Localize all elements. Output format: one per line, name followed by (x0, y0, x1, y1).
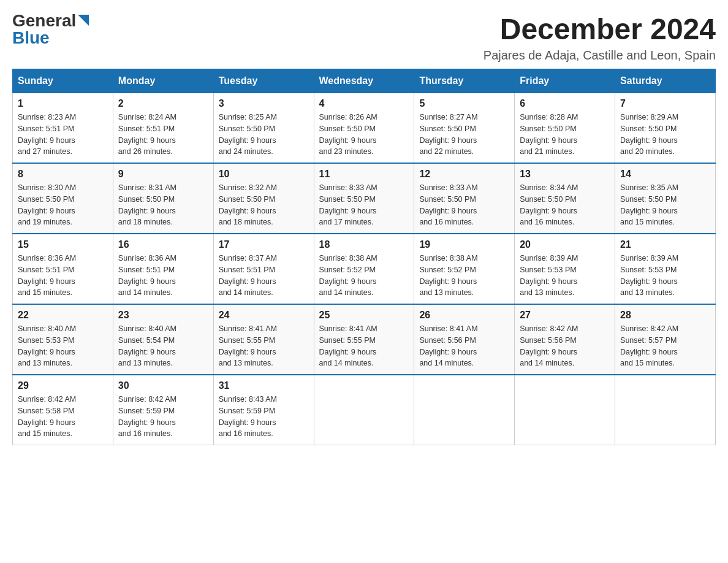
calendar-cell: 29 Sunrise: 8:42 AM Sunset: 5:58 PM Dayl… (13, 375, 113, 445)
calendar-cell: 3 Sunrise: 8:25 AM Sunset: 5:50 PM Dayli… (213, 93, 314, 164)
calendar-cell: 27 Sunrise: 8:42 AM Sunset: 5:56 PM Dayl… (515, 304, 615, 375)
day-number: 1 (18, 98, 108, 109)
calendar-cell: 18 Sunrise: 8:38 AM Sunset: 5:52 PM Dayl… (314, 234, 414, 304)
day-info: Sunrise: 8:40 AM Sunset: 5:54 PM Dayligh… (118, 323, 208, 369)
calendar-cell (615, 375, 716, 445)
day-info: Sunrise: 8:31 AM Sunset: 5:50 PM Dayligh… (118, 182, 208, 228)
week-row-3: 15 Sunrise: 8:36 AM Sunset: 5:51 PM Dayl… (13, 234, 716, 304)
logo-blue-text: Blue (12, 29, 50, 47)
day-info: Sunrise: 8:30 AM Sunset: 5:50 PM Dayligh… (18, 182, 108, 228)
header-wednesday: Wednesday (314, 69, 414, 93)
calendar-cell: 16 Sunrise: 8:36 AM Sunset: 5:51 PM Dayl… (113, 234, 213, 304)
day-number: 6 (520, 98, 610, 109)
day-number: 10 (219, 169, 309, 180)
day-number: 2 (118, 98, 208, 109)
calendar-cell: 11 Sunrise: 8:33 AM Sunset: 5:50 PM Dayl… (314, 163, 414, 234)
day-number: 21 (620, 239, 710, 250)
day-info: Sunrise: 8:24 AM Sunset: 5:51 PM Dayligh… (118, 112, 208, 158)
calendar-cell (515, 375, 615, 445)
calendar-cell: 14 Sunrise: 8:35 AM Sunset: 5:50 PM Dayl… (615, 163, 716, 234)
day-number: 12 (419, 169, 509, 180)
day-number: 17 (219, 239, 309, 250)
logo-triangle-icon (78, 15, 89, 28)
day-info: Sunrise: 8:35 AM Sunset: 5:50 PM Dayligh… (620, 182, 710, 228)
calendar-cell: 24 Sunrise: 8:41 AM Sunset: 5:55 PM Dayl… (213, 304, 314, 375)
day-number: 23 (118, 310, 208, 321)
day-info: Sunrise: 8:37 AM Sunset: 5:51 PM Dayligh… (219, 253, 309, 299)
calendar-cell: 6 Sunrise: 8:28 AM Sunset: 5:50 PM Dayli… (515, 93, 615, 164)
calendar-cell: 21 Sunrise: 8:39 AM Sunset: 5:53 PM Dayl… (615, 234, 716, 304)
calendar-cell: 19 Sunrise: 8:38 AM Sunset: 5:52 PM Dayl… (414, 234, 515, 304)
day-info: Sunrise: 8:38 AM Sunset: 5:52 PM Dayligh… (319, 253, 409, 299)
calendar-cell: 2 Sunrise: 8:24 AM Sunset: 5:51 PM Dayli… (113, 93, 213, 164)
day-info: Sunrise: 8:36 AM Sunset: 5:51 PM Dayligh… (18, 253, 108, 299)
calendar-cell: 15 Sunrise: 8:36 AM Sunset: 5:51 PM Dayl… (13, 234, 113, 304)
day-number: 20 (520, 239, 610, 250)
calendar-cell: 12 Sunrise: 8:33 AM Sunset: 5:50 PM Dayl… (414, 163, 515, 234)
header-saturday: Saturday (615, 69, 716, 93)
day-info: Sunrise: 8:42 AM Sunset: 5:58 PM Dayligh… (18, 394, 108, 440)
calendar-cell: 25 Sunrise: 8:41 AM Sunset: 5:55 PM Dayl… (314, 304, 414, 375)
location-title: Pajares de Adaja, Castille and Leon, Spa… (483, 48, 716, 63)
calendar-table: SundayMondayTuesdayWednesdayThursdayFrid… (12, 69, 716, 445)
day-number: 30 (118, 380, 208, 391)
day-info: Sunrise: 8:23 AM Sunset: 5:51 PM Dayligh… (18, 112, 108, 158)
day-info: Sunrise: 8:25 AM Sunset: 5:50 PM Dayligh… (219, 112, 309, 158)
day-number: 31 (219, 380, 309, 391)
day-info: Sunrise: 8:39 AM Sunset: 5:53 PM Dayligh… (620, 253, 710, 299)
day-info: Sunrise: 8:29 AM Sunset: 5:50 PM Dayligh… (620, 112, 710, 158)
calendar-cell: 7 Sunrise: 8:29 AM Sunset: 5:50 PM Dayli… (615, 93, 716, 164)
calendar-cell: 13 Sunrise: 8:34 AM Sunset: 5:50 PM Dayl… (515, 163, 615, 234)
day-number: 11 (319, 169, 409, 180)
logo-general-text: General (12, 12, 76, 29)
day-number: 15 (18, 239, 108, 250)
day-number: 24 (219, 310, 309, 321)
calendar-cell (414, 375, 515, 445)
week-row-5: 29 Sunrise: 8:42 AM Sunset: 5:58 PM Dayl… (13, 375, 716, 445)
week-row-4: 22 Sunrise: 8:40 AM Sunset: 5:53 PM Dayl… (13, 304, 716, 375)
calendar-cell: 4 Sunrise: 8:26 AM Sunset: 5:50 PM Dayli… (314, 93, 414, 164)
calendar-cell: 30 Sunrise: 8:42 AM Sunset: 5:59 PM Dayl… (113, 375, 213, 445)
day-info: Sunrise: 8:41 AM Sunset: 5:56 PM Dayligh… (419, 323, 509, 369)
day-info: Sunrise: 8:39 AM Sunset: 5:53 PM Dayligh… (520, 253, 610, 299)
day-number: 3 (219, 98, 309, 109)
day-number: 16 (118, 239, 208, 250)
day-info: Sunrise: 8:38 AM Sunset: 5:52 PM Dayligh… (419, 253, 509, 299)
day-number: 22 (18, 310, 108, 321)
day-info: Sunrise: 8:42 AM Sunset: 5:59 PM Dayligh… (118, 394, 208, 440)
day-number: 4 (319, 98, 409, 109)
week-row-2: 8 Sunrise: 8:30 AM Sunset: 5:50 PM Dayli… (13, 163, 716, 234)
header-thursday: Thursday (414, 69, 515, 93)
day-number: 26 (419, 310, 509, 321)
day-info: Sunrise: 8:41 AM Sunset: 5:55 PM Dayligh… (319, 323, 409, 369)
day-info: Sunrise: 8:34 AM Sunset: 5:50 PM Dayligh… (520, 182, 610, 228)
day-number: 19 (419, 239, 509, 250)
calendar-cell: 5 Sunrise: 8:27 AM Sunset: 5:50 PM Dayli… (414, 93, 515, 164)
calendar-cell (314, 375, 414, 445)
header-row: SundayMondayTuesdayWednesdayThursdayFrid… (13, 69, 716, 93)
day-number: 13 (520, 169, 610, 180)
calendar-cell: 26 Sunrise: 8:41 AM Sunset: 5:56 PM Dayl… (414, 304, 515, 375)
calendar-cell: 22 Sunrise: 8:40 AM Sunset: 5:53 PM Dayl… (13, 304, 113, 375)
header-friday: Friday (515, 69, 615, 93)
day-number: 8 (18, 169, 108, 180)
day-info: Sunrise: 8:27 AM Sunset: 5:50 PM Dayligh… (419, 112, 509, 158)
week-row-1: 1 Sunrise: 8:23 AM Sunset: 5:51 PM Dayli… (13, 93, 716, 164)
day-number: 14 (620, 169, 710, 180)
day-number: 27 (520, 310, 610, 321)
calendar-cell: 10 Sunrise: 8:32 AM Sunset: 5:50 PM Dayl… (213, 163, 314, 234)
header-sunday: Sunday (13, 69, 113, 93)
title-area: December 2024 Pajares de Adaja, Castille… (483, 12, 716, 63)
day-info: Sunrise: 8:33 AM Sunset: 5:50 PM Dayligh… (419, 182, 509, 228)
day-info: Sunrise: 8:28 AM Sunset: 5:50 PM Dayligh… (520, 112, 610, 158)
day-info: Sunrise: 8:41 AM Sunset: 5:55 PM Dayligh… (219, 323, 309, 369)
page-header: General Blue December 2024 Pajares de Ad… (12, 12, 716, 63)
day-number: 9 (118, 169, 208, 180)
day-info: Sunrise: 8:26 AM Sunset: 5:50 PM Dayligh… (319, 112, 409, 158)
header-monday: Monday (113, 69, 213, 93)
calendar-cell: 28 Sunrise: 8:42 AM Sunset: 5:57 PM Dayl… (615, 304, 716, 375)
calendar-cell: 9 Sunrise: 8:31 AM Sunset: 5:50 PM Dayli… (113, 163, 213, 234)
day-info: Sunrise: 8:42 AM Sunset: 5:56 PM Dayligh… (520, 323, 610, 369)
logo: General Blue (12, 12, 89, 47)
header-tuesday: Tuesday (213, 69, 314, 93)
